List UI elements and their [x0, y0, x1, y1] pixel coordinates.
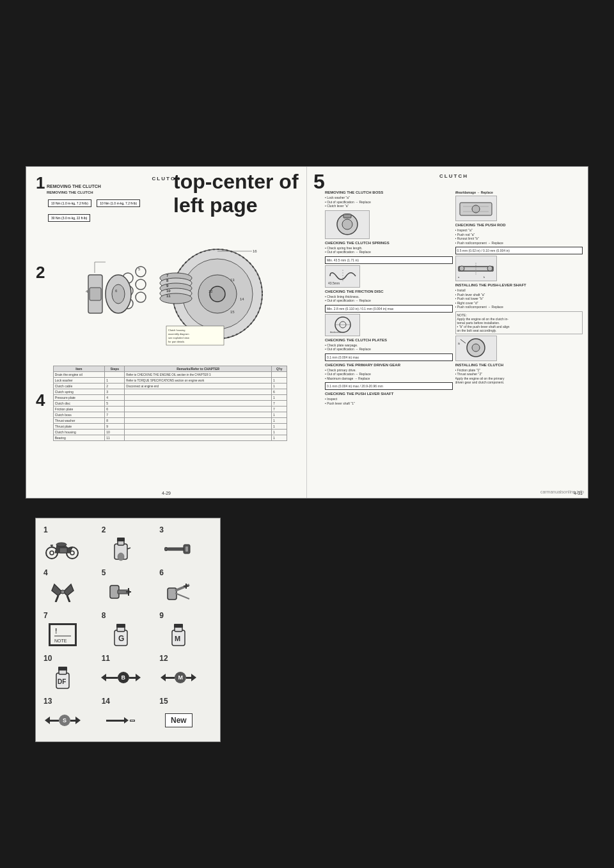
table-row: Thrust plate 9 1	[53, 424, 287, 430]
legend-num-9: 9	[159, 612, 164, 619]
illus-clutch-boss	[325, 210, 370, 239]
section-checking-clutch-plates: CHECKING THE CLUTCH PLATES	[325, 338, 453, 342]
legend-icon-grease-g: G	[102, 621, 140, 648]
legend-item-12: 12 M	[159, 655, 212, 691]
arrow-right-head	[136, 674, 141, 681]
svg-text:43.5mm: 43.5mm	[328, 281, 340, 285]
parts-table: Item Steps Remarks/Refer to CHAPTER Q'ty…	[53, 366, 288, 441]
plate-spec: 0.1 mm (0.004 in) max	[325, 353, 453, 361]
legend-num-7: 7	[43, 612, 48, 619]
section-checking-clutch-springs: CHECKING THE CLUTCH SPRINGS	[325, 241, 453, 245]
legend-grid: 1	[43, 526, 212, 734]
legend-num-14: 14	[102, 697, 110, 705]
legend-item-2: 2	[102, 526, 155, 562]
repl-gap	[130, 720, 135, 722]
oil-m-svg: M	[169, 621, 188, 648]
friction-disc-spec: Min. 2.8 mm (0.110 in) / 0.1 mm (0.004 i…	[325, 305, 453, 313]
legend-icon-pliers	[43, 578, 82, 605]
arrow-s-container: S	[45, 715, 81, 726]
svg-rect-75	[117, 538, 125, 541]
col-header-remarks: Remarks/Refer to CHAPTER	[125, 366, 272, 372]
clutch-boss-svg	[327, 212, 368, 237]
watermark: carmanualsonline.info	[540, 490, 584, 494]
warning-inner-svg: ! NOTE	[53, 626, 72, 644]
svg-text:thickness: thickness	[330, 330, 341, 334]
legend-icon-warning: ! NOTE	[43, 621, 82, 648]
illus-install-push-lever: a	[455, 336, 497, 361]
push-rod-spec: 0.5 mm (0.02 in) / 0.10 mm (0.004 in)	[455, 247, 583, 254]
table-row: Lock washer 1 Refer to TORQUE SPECIFICAT…	[53, 378, 287, 384]
legend-num-2: 2	[102, 526, 106, 534]
svg-text:11: 11	[166, 294, 171, 298]
table-row: Clutch spring 3 6	[53, 389, 287, 395]
arrow-s-shaft-right	[70, 720, 75, 722]
table-row: Thrust washer 8 1	[53, 418, 287, 424]
legend-item-9: 9 M	[159, 612, 212, 648]
legend-num-10: 10	[43, 655, 52, 662]
arrow-m-circle: M	[175, 672, 186, 683]
table-row: Clutch cable 2 Disconnect at engine end …	[53, 384, 287, 389]
svg-point-56	[487, 266, 492, 271]
push-rod-text: • Inspect "a" • Push rod "a" • Runout li…	[455, 228, 583, 245]
label-5: 5	[313, 170, 325, 194]
svg-point-55	[459, 266, 464, 271]
legend-item-5: 5	[102, 569, 155, 605]
pliers-svg	[51, 582, 75, 602]
wrench-svg	[164, 541, 193, 557]
svg-point-61	[472, 344, 480, 352]
legend-icon-oil-m: M	[159, 621, 198, 648]
legend-item-4: 4	[43, 569, 97, 605]
svg-text:assembly diagram: assembly diagram	[168, 332, 189, 336]
warning-box: ! NOTE	[49, 623, 77, 646]
removing-clutch-boss-text: • Lock washer "a" • Out of specification…	[325, 196, 453, 208]
label-4: 4	[36, 391, 45, 410]
spring-spec-box: Min. 43.5 mm (1.71 in)	[325, 256, 453, 264]
svg-rect-98	[116, 624, 125, 628]
svg-point-67	[50, 551, 54, 555]
svg-text:16: 16	[253, 249, 257, 253]
svg-point-9	[160, 293, 192, 304]
legend-item-8: 8 G	[102, 612, 155, 648]
illus-push-rod: a b	[455, 256, 497, 281]
checking-clutch-springs-text: • Check spring free length. • Out of spe…	[325, 246, 453, 254]
legend-item-6: 6	[159, 569, 212, 605]
legend-icon-screwdriver	[102, 578, 140, 605]
legend-num-3: 3	[159, 526, 164, 534]
svg-line-81	[56, 596, 58, 602]
legend-icon-motorcycle	[43, 536, 82, 562]
legend-item-10: 10 DF	[43, 655, 97, 691]
svg-point-83	[61, 590, 65, 594]
section-checking-primary-driven-gear: CHECKING THE PRIMARY DRIVEN GEAR	[325, 363, 453, 367]
push-lever-text: • Inspect • Push lever shaft "1"	[325, 397, 453, 405]
svg-rect-43	[343, 214, 351, 218]
svg-text:see exploded view: see exploded view	[168, 336, 189, 339]
arrow-shaft-right	[129, 677, 136, 679]
svg-text:13: 13	[230, 278, 235, 282]
parts-table-container: Item Steps Remarks/Refer to CHAPTER Q'ty…	[47, 366, 294, 441]
legend-icon-arrow-s: S	[43, 707, 82, 734]
svg-point-76	[118, 553, 124, 561]
svg-text:DF: DF	[58, 678, 66, 685]
clutch-svg: 16 7 8 9 10 11 5 6 4 12	[83, 227, 275, 364]
install-lever-svg: a	[457, 337, 495, 359]
table-row: Drain the engine oil Refer to CHECKING T…	[53, 372, 287, 378]
arrow-s-display: S	[45, 715, 81, 726]
table-row: Clutch housing 10 1	[53, 430, 287, 435]
repl-arrowhead	[124, 717, 129, 724]
spring-svg: 43.5mm	[327, 267, 359, 286]
legend-num-5: 5	[102, 569, 106, 577]
friction-disc-svg: thickness	[327, 315, 359, 334]
legend-num-1: 1	[43, 526, 48, 534]
svg-text:for part details: for part details	[168, 340, 184, 343]
wear-damage-label: Wear/damage → Replace	[455, 190, 583, 194]
wear-svg	[457, 198, 495, 220]
svg-point-3	[210, 286, 225, 302]
drill-svg	[166, 582, 191, 602]
svg-line-90	[175, 593, 189, 599]
legend-num-6: 6	[159, 569, 164, 577]
primary-gear-spec: 0.1 mm (0.004 in) max / 20.9-20.96 mm	[325, 382, 453, 390]
table-row: Clutch boss 7 1	[53, 412, 287, 418]
legend-icon-arrow-m: M	[159, 664, 198, 691]
grease-g-svg: G	[111, 621, 130, 648]
motorcycle-svg	[45, 539, 81, 559]
